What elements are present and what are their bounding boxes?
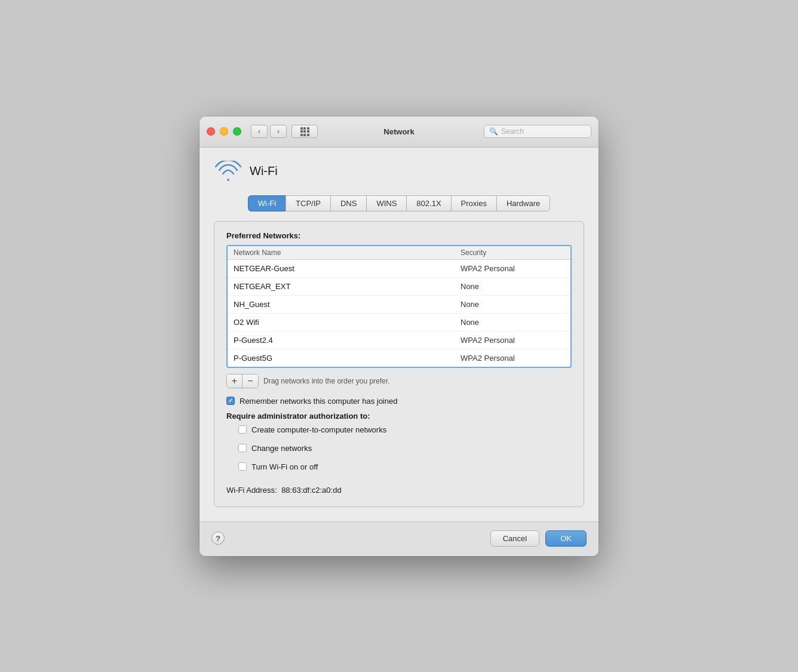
search-icon: 🔍 (489, 127, 498, 136)
ok-button[interactable]: OK (545, 530, 587, 547)
tab-bar: Wi-Fi TCP/IP DNS WINS 802.1X Proxies Har… (214, 195, 584, 211)
maximize-button[interactable] (233, 127, 241, 136)
wifi-address-row: Wi-Fi Address: 88:63:df:c2:a0:dd (226, 486, 572, 495)
require-auth-label: Require administrator authorization to: (226, 412, 572, 421)
remember-networks-checkbox[interactable]: ✓ (226, 397, 235, 405)
col-header-security: Security (461, 248, 564, 257)
footer: ? Cancel OK (200, 521, 598, 556)
wifi-icon (214, 159, 243, 183)
titlebar: ‹ › Network 🔍 Search (200, 116, 598, 148)
main-panel: Preferred Networks: Network Name Securit… (214, 221, 584, 507)
change-networks-checkbox[interactable] (238, 444, 247, 452)
checkmark-icon: ✓ (228, 398, 233, 404)
table-row[interactable]: P-Guest2.4 WPA2 Personal (228, 332, 570, 349)
preferred-networks-label: Preferred Networks: (226, 231, 572, 240)
change-networks-label: Change networks (251, 444, 312, 453)
remember-networks-label: Remember networks this computer has join… (240, 397, 397, 406)
network-window: ‹ › Network 🔍 Search (200, 116, 598, 556)
nav-buttons: ‹ › (251, 125, 287, 138)
table-header: Network Name Security (228, 246, 570, 260)
wifi-address-label: Wi-Fi Address: (226, 486, 277, 495)
search-box[interactable]: 🔍 Search (484, 125, 591, 138)
footer-buttons: Cancel OK (490, 530, 587, 547)
turn-wifi-label: Turn Wi-Fi on or off (251, 462, 318, 471)
add-remove-buttons: + − (226, 374, 259, 388)
cancel-button[interactable]: Cancel (490, 530, 539, 547)
remember-networks-row[interactable]: ✓ Remember networks this computer has jo… (226, 397, 572, 406)
forward-icon: › (277, 127, 280, 136)
network-name: NETGEAR-Guest (234, 264, 461, 273)
table-body[interactable]: NETGEAR-Guest WPA2 Personal NETGEAR_EXT … (228, 260, 570, 367)
networks-table[interactable]: Network Name Security NETGEAR-Guest WPA2… (226, 245, 572, 368)
grid-button[interactable] (291, 125, 318, 138)
network-name: NH_Guest (234, 300, 461, 309)
network-name: P-Guest5G (234, 354, 461, 363)
network-security: WPA2 Personal (461, 264, 564, 273)
wifi-header: Wi-Fi (214, 159, 584, 183)
tab-tcpip[interactable]: TCP/IP (286, 195, 330, 211)
col-header-name: Network Name (234, 248, 461, 257)
network-security: None (461, 318, 564, 327)
table-row[interactable]: O2 Wifi None (228, 314, 570, 332)
table-row[interactable]: NETGEAR-Guest WPA2 Personal (228, 260, 570, 278)
network-name: NETGEAR_EXT (234, 282, 461, 291)
tab-hardware[interactable]: Hardware (496, 195, 550, 211)
tab-proxies[interactable]: Proxies (451, 195, 496, 211)
network-security: None (461, 282, 564, 291)
sub-options: Create computer-to-computer networks Cha… (238, 425, 572, 477)
turn-wifi-row[interactable]: Turn Wi-Fi on or off (238, 462, 572, 471)
remove-network-button[interactable]: − (243, 375, 258, 388)
network-security: WPA2 Personal (461, 336, 564, 345)
create-networks-checkbox[interactable] (238, 425, 247, 434)
wifi-address-value: 88:63:df:c2:a0:dd (281, 486, 341, 495)
close-button[interactable] (207, 127, 215, 136)
drag-hint-text: Drag networks into the order you prefer. (263, 377, 389, 385)
back-button[interactable]: ‹ (251, 125, 268, 138)
network-security: None (461, 300, 564, 309)
change-networks-row[interactable]: Change networks (238, 444, 572, 453)
table-row[interactable]: P-Guest5G WPA2 Personal (228, 349, 570, 367)
search-placeholder: Search (501, 127, 586, 136)
tab-dns[interactable]: DNS (330, 195, 366, 211)
grid-icon (300, 127, 309, 136)
tab-wifi[interactable]: Wi-Fi (248, 195, 286, 211)
create-computer-networks-row[interactable]: Create computer-to-computer networks (238, 425, 572, 434)
network-name: O2 Wifi (234, 318, 461, 327)
traffic-lights (207, 127, 241, 136)
network-name: P-Guest2.4 (234, 336, 461, 345)
minimize-button[interactable] (220, 127, 228, 136)
table-row[interactable]: NETGEAR_EXT None (228, 278, 570, 296)
turn-wifi-checkbox[interactable] (238, 462, 247, 471)
create-networks-label: Create computer-to-computer networks (251, 425, 386, 434)
wifi-title: Wi-Fi (250, 164, 278, 178)
window-title: Network (383, 127, 414, 136)
table-controls: + − Drag networks into the order you pre… (226, 374, 572, 388)
network-security: WPA2 Personal (461, 354, 564, 363)
forward-button[interactable]: › (270, 125, 287, 138)
back-icon: ‹ (258, 127, 260, 136)
table-row[interactable]: NH_Guest None (228, 296, 570, 314)
add-network-button[interactable]: + (227, 375, 243, 388)
help-button[interactable]: ? (211, 532, 225, 545)
tab-dot1x[interactable]: 802.1X (406, 195, 450, 211)
tab-wins[interactable]: WINS (366, 195, 406, 211)
content-area: Wi-Fi Wi-Fi TCP/IP DNS WINS 802.1X Proxi… (200, 148, 598, 521)
